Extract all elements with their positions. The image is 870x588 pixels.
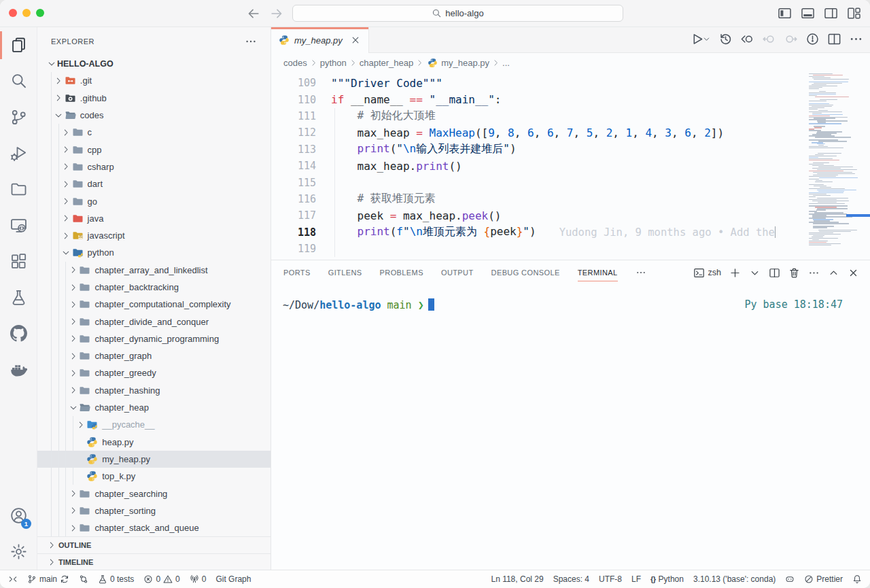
tree-item-codes[interactable]: codes — [37, 107, 271, 124]
split-terminal-button[interactable] — [769, 267, 780, 279]
forward-icon[interactable] — [269, 6, 284, 21]
tree-item-chapter-greedy[interactable]: chapter_greedy — [37, 364, 271, 381]
tree-item-java[interactable]: java — [37, 210, 271, 227]
git-graph-view-button[interactable] — [805, 32, 820, 46]
split-editor-button[interactable] — [827, 32, 841, 46]
activity-item-testing[interactable] — [0, 279, 37, 315]
run-file-button[interactable] — [690, 32, 711, 46]
close-panel-button[interactable] — [848, 267, 859, 279]
new-terminal-button[interactable] — [729, 267, 741, 279]
tree-item-chapter-divide-and-conquer[interactable]: chapter_divide_and_conquer — [37, 313, 271, 330]
status-forwarded-ports[interactable]: 0 — [190, 574, 207, 584]
activity-item-extensions[interactable] — [0, 243, 37, 279]
tree-item-chapter-array-and-linkedlist[interactable]: chapter_array_and_linkedlist — [37, 262, 271, 279]
tree-indent-guide — [51, 72, 52, 536]
activity-item-docker[interactable] — [0, 351, 37, 387]
back-icon[interactable] — [246, 6, 261, 21]
activity-item-search[interactable] — [0, 63, 37, 99]
breadcrumb-item[interactable]: ... — [502, 58, 510, 68]
close-window-button[interactable] — [9, 9, 17, 17]
status-notifications[interactable] — [852, 574, 862, 584]
tree-item-dart[interactable]: dart — [37, 175, 271, 192]
panel-bottom-toggle-icon[interactable] — [801, 6, 815, 20]
minimize-window-button[interactable] — [22, 9, 31, 17]
tree-item--github[interactable]: .github — [37, 90, 271, 107]
tree-item-chapter-hashing[interactable]: chapter_hashing — [37, 382, 271, 399]
status-indentation[interactable]: Spaces: 4 — [553, 574, 589, 584]
activity-item-run-and-debug[interactable] — [0, 135, 37, 171]
activity-item-explorer[interactable] — [0, 27, 37, 63]
explorer-more-actions-icon[interactable] — [245, 35, 257, 48]
command-center-search[interactable]: hello-algo — [292, 5, 623, 22]
launch-profile-button[interactable] — [749, 267, 761, 279]
new-terminal-shell-button[interactable]: zsh — [693, 267, 721, 279]
activity-item-accounts[interactable]: 1 — [0, 498, 37, 534]
minimap[interactable] — [809, 72, 858, 257]
panel-right-toggle-icon[interactable] — [824, 6, 838, 20]
line-number: 119 — [271, 243, 331, 255]
breadcrumb-item[interactable]: my_heap.py — [441, 58, 489, 68]
tree-item-chapter-computational-complexity[interactable]: chapter_computational_complexity — [37, 296, 271, 313]
panel-tab-ports[interactable]: PORTS — [283, 260, 311, 285]
breadcrumb-item[interactable]: chapter_heap — [360, 58, 414, 68]
tree-item-csharp[interactable]: csharp — [37, 158, 271, 175]
breadcrumb-item[interactable]: codes — [283, 58, 307, 68]
more-actions-button[interactable] — [849, 32, 863, 46]
status-git-graph[interactable]: Git Graph — [215, 574, 251, 584]
activity-item-source-control[interactable] — [0, 99, 37, 135]
terminal[interactable]: ~/Dow/hello-algo main ❯ Py base 18:18:47 — [271, 285, 870, 311]
tree-item-cpp[interactable]: cpp — [37, 141, 271, 158]
zoom-window-button[interactable] — [36, 9, 44, 17]
tree-item-chapter-sorting[interactable]: chapter_sorting — [37, 502, 271, 519]
status-copilot[interactable] — [785, 574, 795, 584]
panel-tab-debug-console[interactable]: DEBUG CONSOLE — [491, 260, 560, 285]
tab-my-heap[interactable]: my_heap.py — [271, 27, 369, 53]
panel-tab-gitlens[interactable]: GITLENS — [328, 260, 362, 285]
status-remote-indicator[interactable] — [8, 574, 18, 584]
activity-item-github[interactable] — [0, 315, 37, 351]
next-change-button[interactable] — [784, 32, 798, 46]
breadcrumb-item[interactable]: python — [320, 58, 347, 68]
status-problems[interactable]: 00 — [143, 574, 179, 584]
status-test-status[interactable]: 0 tests — [98, 574, 134, 584]
close-tab-icon[interactable] — [350, 35, 361, 46]
tree-item-chapter-graph[interactable]: chapter_graph — [37, 347, 271, 364]
status-cursor-position[interactable]: Ln 118, Col 29 — [491, 574, 543, 584]
more-actions-button[interactable] — [808, 267, 820, 279]
tree-item-chapter-dynamic-programming[interactable]: chapter_dynamic_programming — [37, 330, 271, 347]
tree-item-chapter-backtracking[interactable]: chapter_backtracking — [37, 279, 271, 296]
panel-tabs-more-icon[interactable] — [636, 267, 646, 278]
tree-item-c[interactable]: c — [37, 124, 271, 141]
tree-item-python[interactable]: python — [37, 244, 271, 261]
kill-terminal-button[interactable] — [788, 267, 800, 279]
tree-item-chapter-searching[interactable]: chapter_searching — [37, 485, 271, 502]
code-editor[interactable]: 109"""Driver Code"""110if __name__ == "_… — [271, 72, 870, 260]
tree-item-chapter-stack-and-queue[interactable]: chapter_stack_and_queue — [37, 519, 271, 536]
status-encoding[interactable]: UTF-8 — [599, 574, 622, 584]
tree-root-hello-algo[interactable]: HELLO-ALGO — [37, 55, 271, 72]
open-changes-button[interactable] — [740, 32, 754, 46]
layout-toggle-icon[interactable] — [847, 6, 861, 20]
panel-tab-problems[interactable]: PROBLEMS — [380, 260, 423, 285]
status-gitlens-compare[interactable] — [79, 574, 88, 584]
tree-item-chapter-heap[interactable]: chapter_heap — [37, 399, 271, 416]
timeline-history-button[interactable] — [718, 32, 733, 46]
activity-item-project-folder[interactable] — [0, 171, 37, 207]
status-branch-status[interactable]: main — [27, 574, 69, 584]
previous-change-button[interactable] — [762, 32, 776, 46]
tree-item-go[interactable]: go — [37, 192, 271, 209]
tree-item-javascript[interactable]: JSjavascript — [37, 227, 271, 244]
panel-tab-terminal[interactable]: TERMINAL — [578, 260, 618, 285]
sidebar-section-outline[interactable]: OUTLINE — [37, 536, 271, 553]
status-eol-sequence[interactable]: LF — [631, 574, 641, 584]
panel-tab-output[interactable]: OUTPUT — [441, 260, 474, 285]
panel-left-toggle-icon[interactable] — [778, 6, 792, 20]
status-python-interpreter[interactable]: 3.10.13 ('base': conda) — [693, 574, 776, 584]
activity-item-remote-explorer[interactable] — [0, 207, 37, 243]
status-language-mode[interactable]: {}Python — [650, 574, 684, 584]
sidebar-section-timeline[interactable]: TIMELINE — [37, 553, 271, 570]
status-formatter[interactable]: Prettier — [804, 574, 843, 584]
activity-item-settings[interactable] — [0, 534, 37, 570]
tree-item--git[interactable]: .git — [37, 72, 271, 89]
maximize-panel-button[interactable] — [828, 267, 839, 279]
